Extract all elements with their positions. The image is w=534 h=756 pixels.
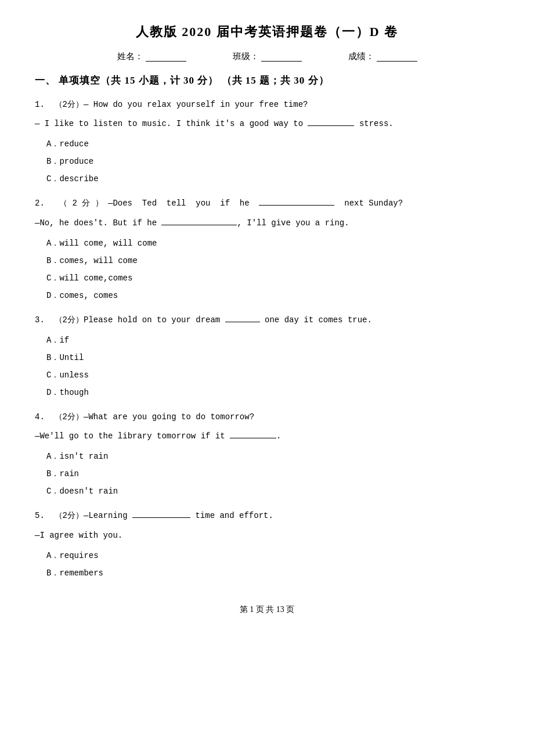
q1-options: A．reduce B．produce C．describe: [46, 136, 499, 187]
q1-stem2: — I like to listen to music. I think it'…: [35, 117, 499, 131]
q5-blank: [132, 509, 190, 518]
q4-blank: [230, 429, 276, 438]
q3-option-a: A．if: [46, 332, 499, 348]
q5-option-b: B．remembers: [46, 565, 499, 581]
score-field: [377, 52, 417, 62]
question-5: 5. （2分）—Learning time and effort. —I agr…: [35, 509, 499, 581]
name-field: [146, 52, 186, 62]
question-1: 1. （2分）— How do you relax yourself in yo…: [35, 98, 499, 187]
q2-option-a: A．will come, will come: [46, 235, 499, 251]
q3-option-d: D．though: [46, 384, 499, 401]
q2-stem1: 2. （ 2 分 ） —Does Ted tell you if he next…: [35, 196, 499, 211]
q4-option-b: B．rain: [46, 466, 499, 482]
class-label: 班级：: [233, 51, 302, 62]
q3-options: A．if B．Until C．unless D．though: [46, 332, 499, 401]
q2-blank1: [259, 196, 334, 206]
q1-blank: [308, 117, 354, 126]
question-2: 2. （ 2 分 ） —Does Ted tell you if he next…: [35, 196, 499, 303]
q3-option-c: C．unless: [46, 367, 499, 383]
q5-option-a: A．requires: [46, 548, 499, 564]
q2-options: A．will come, will come B．comes, will com…: [46, 235, 499, 304]
class-field: [261, 52, 302, 62]
name-label: 姓名：: [117, 51, 186, 62]
q5-stem1: 5. （2分）—Learning time and effort.: [35, 509, 499, 523]
q4-stem2: —We'll go to the library tomorrow if it …: [35, 429, 499, 444]
q4-options: A．isn't rain B．rain C．doesn't rain: [46, 448, 499, 499]
q1-option-c: C．describe: [46, 171, 499, 187]
q1-points: （2分）— How do you relax yourself in your …: [55, 100, 308, 109]
q1-number: 1.: [35, 100, 55, 109]
q1-option-b: B．produce: [46, 153, 499, 170]
page-footer: 第 1 页 共 13 页: [35, 604, 499, 615]
q2-option-c: C．will come,comes: [46, 270, 499, 286]
q5-options: A．requires B．remembers: [46, 548, 499, 581]
q1-number-line: 1. （2分）— How do you relax yourself in yo…: [35, 98, 499, 112]
header-info: 姓名： 班级： 成绩：: [35, 51, 499, 62]
q4-stem1: 4. （2分）—What are you going to do tomorro…: [35, 410, 499, 424]
q2-option-b: B．comes, will come: [46, 253, 499, 269]
q1-option-a: A．reduce: [46, 136, 499, 152]
q5-stem2: —I agree with you.: [35, 528, 499, 543]
q2-blank2: [161, 216, 237, 225]
page-title: 人教版 2020 届中考英语押题卷（一）D 卷: [35, 23, 499, 41]
section1-title: 一、 单项填空（共 15 小题，计 30 分） （共 15 题；共 30 分）: [35, 74, 499, 87]
score-label: 成绩：: [348, 51, 417, 62]
q3-option-b: B．Until: [46, 350, 499, 366]
question-3: 3. （2分）Please hold on to your dream one …: [35, 313, 499, 401]
q3-stem1: 3. （2分）Please hold on to your dream one …: [35, 313, 499, 327]
page-info: 第 1 页 共 13 页: [240, 605, 295, 614]
q4-option-a: A．isn't rain: [46, 448, 499, 465]
question-4: 4. （2分）—What are you going to do tomorro…: [35, 410, 499, 499]
q4-option-c: C．doesn't rain: [46, 483, 499, 499]
q2-option-d: D．comes, comes: [46, 287, 499, 304]
q3-blank: [225, 313, 260, 322]
q2-stem2: —No, he does't. But if he , I'll give yo…: [35, 216, 499, 231]
